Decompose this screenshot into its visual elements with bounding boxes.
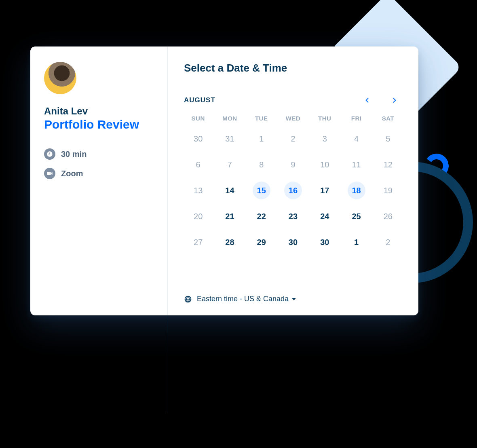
dow-header: SUN [184,115,212,122]
calendar-day-available[interactable]: 18 [348,182,365,199]
duration-row: 30 min [44,148,154,160]
location-row: Zoom [44,168,154,179]
calendar-day-disabled: 19 [379,182,397,199]
calendar-day-selectable[interactable]: 1 [348,233,365,251]
calendar-day-selectable[interactable]: 23 [284,207,302,225]
next-month-button[interactable] [389,95,399,105]
calendar-day-selectable[interactable]: 24 [316,207,333,225]
calendar-day-disabled: 4 [348,130,365,148]
calendar-day-disabled: 2 [284,130,302,148]
calendar-day-selectable[interactable]: 28 [221,233,238,251]
calendar-day-disabled: 2 [379,233,397,251]
clock-icon [44,148,55,160]
video-icon [44,168,55,179]
calendar-day-disabled: 13 [189,182,207,199]
panel-heading: Select a Date & Time [184,62,402,74]
calendar-day-disabled: 5 [379,130,397,148]
calendar-day-disabled: 27 [189,233,207,251]
host-name: Anita Lev [44,106,154,117]
calendar-day-selectable[interactable]: 14 [221,182,238,199]
dow-header: MON [215,115,244,122]
booking-card: Anita Lev Portfolio Review 30 min Zoom S… [30,46,418,315]
caret-down-icon [292,298,296,300]
dow-header: TUE [247,115,276,122]
calendar-day-available[interactable]: 16 [284,182,302,199]
calendar-day-disabled: 31 [221,130,238,148]
timezone-selector[interactable]: Eastern time - US & Canada [184,295,296,303]
calendar-day-disabled: 20 [189,207,207,225]
calendar-day-available[interactable]: 15 [253,182,270,199]
dow-header: THU [310,115,339,122]
calendar-day-selectable[interactable]: 25 [348,207,365,225]
calendar-day-disabled: 8 [253,156,270,173]
calendar-day-disabled: 9 [284,156,302,173]
calendar-day-disabled: 7 [221,156,238,173]
calendar-day-disabled: 30 [189,130,207,148]
globe-icon [184,295,192,303]
timezone-label: Eastern time - US & Canada [197,295,289,303]
calendar-day-selectable[interactable]: 30 [316,233,333,251]
event-info-pane: Anita Lev Portfolio Review 30 min Zoom [30,46,168,315]
calendar-day-selectable[interactable]: 21 [221,207,238,225]
duration-label: 30 min [61,150,87,159]
calendar-day-selectable[interactable]: 29 [253,233,270,251]
calendar-day-selectable[interactable]: 22 [253,207,270,225]
dow-header: SAT [374,115,402,122]
calendar-day-disabled: 1 [253,130,270,148]
dow-header: FRI [342,115,370,122]
month-nav-row: AUGUST [184,95,402,105]
calendar-day-selectable[interactable]: 30 [284,233,302,251]
host-avatar [44,62,76,94]
prev-month-button[interactable] [363,95,372,105]
location-label: Zoom [61,169,83,178]
calendar-day-disabled: 3 [316,130,333,148]
dow-header: WED [279,115,307,122]
calendar-day-disabled: 12 [379,156,397,173]
calendar-pane: Select a Date & Time AUGUST SUNMONTUEWED… [168,46,418,315]
event-title: Portfolio Review [44,118,154,131]
calendar-day-disabled: 11 [348,156,365,173]
calendar-day-selectable[interactable]: 17 [316,182,333,199]
calendar-grid: SUNMONTUEWEDTHUFRISAT3031123456789101112… [184,115,402,251]
calendar-day-disabled: 6 [189,156,207,173]
calendar-day-disabled: 26 [379,207,397,225]
decorative-divider-line [168,315,168,412]
calendar-day-disabled: 10 [316,156,333,173]
month-label: AUGUST [184,96,215,104]
